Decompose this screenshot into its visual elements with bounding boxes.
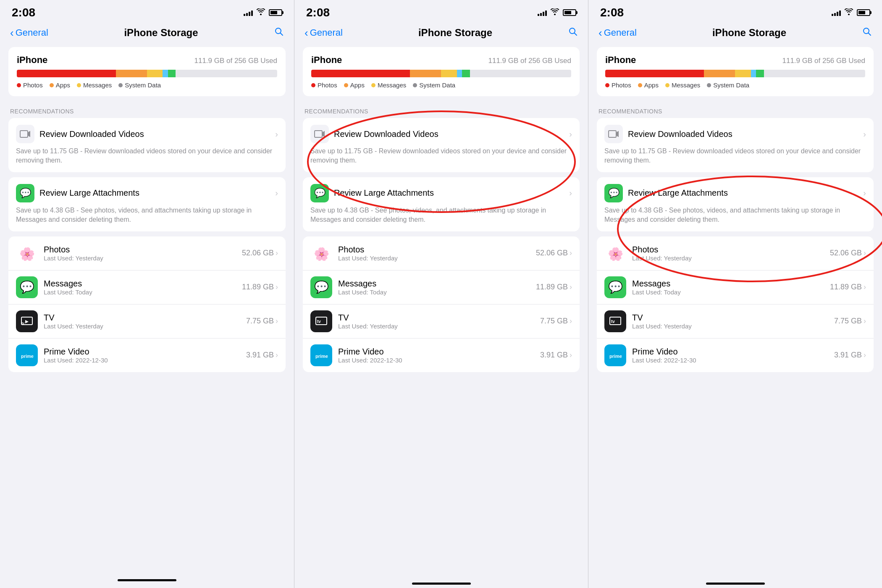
rec-top-videos-3: Review Downloaded Videos ›	[604, 125, 866, 143]
video-icon-wrap-3	[604, 125, 623, 143]
storage-bar-1	[17, 70, 277, 77]
rec-chevron-videos-2: ›	[569, 129, 572, 139]
svg-rect-11	[315, 131, 322, 137]
messages-app-name-2: Messages	[338, 279, 530, 289]
storage-header-2: iPhone 111.9 GB of 256 GB Used	[311, 55, 571, 66]
legend-photos-3: Photos	[605, 81, 631, 89]
legend-dot-system-1	[118, 83, 123, 87]
storage-header-3: iPhone 111.9 GB of 256 GB Used	[605, 55, 865, 66]
messages-app-name-3: Messages	[632, 279, 824, 289]
legend-label-messages-3: Messages	[672, 81, 700, 89]
content-2: iPhone 111.9 GB of 256 GB Used Photos Ap…	[294, 47, 588, 372]
tv-size-1: 7.75 GB	[246, 317, 274, 326]
app-row-prime-1[interactable]: prime Prime Video Last Used: 2022-12-30 …	[8, 339, 286, 372]
rec-left-attachments-2: 💬 Review Large Attachments	[310, 184, 434, 202]
rec-top-attachments-1: 💬 Review Large Attachments ›	[16, 184, 278, 202]
app-row-photos-2[interactable]: 🌸 Photos Last Used: Yesterday 52.06 GB ›	[303, 236, 580, 270]
prime-size-area-3: 3.91 GB ›	[834, 351, 866, 360]
rec-card-attachments-3[interactable]: 💬 Review Large Attachments › Save up to …	[597, 177, 874, 231]
rec-top-videos-2: Review Downloaded Videos ›	[310, 125, 572, 143]
rec-card-attachments-1[interactable]: 💬 Review Large Attachments › Save up to …	[8, 177, 286, 231]
rec-card-attachments-2[interactable]: 💬 Review Large Attachments › Save up to …	[303, 177, 580, 231]
tv-app-icon-1: tv	[16, 310, 38, 332]
legend-photos-1: Photos	[17, 81, 43, 89]
signal-bar-2b	[540, 13, 542, 16]
messages-icon-wrap-1: 💬	[16, 184, 34, 202]
photos-app-info-1: Photos Last Used: Yesterday	[44, 245, 236, 262]
svg-rect-2	[20, 131, 28, 137]
messages-app-name-1: Messages	[44, 279, 236, 289]
legend-apps-2: Apps	[344, 81, 365, 89]
nav-back-1[interactable]: ‹ General	[10, 27, 48, 38]
legend-dot-apps-3	[638, 83, 642, 87]
legend-system-2: System Data	[413, 81, 455, 89]
rec-title-attachments-3: Review Large Attachments	[628, 188, 728, 198]
storage-legend-2: Photos Apps Messages System Data	[311, 81, 571, 89]
legend-label-photos-3: Photos	[612, 81, 631, 89]
rec-card-videos-1[interactable]: Review Downloaded Videos › Save up to 11…	[8, 118, 286, 172]
rec-desc-videos-2: Save up to 11.75 GB - Review downloaded …	[310, 147, 572, 165]
video-icon-wrap-2	[310, 125, 329, 143]
storage-bar-3	[605, 70, 865, 77]
rec-card-videos-2[interactable]: Review Downloaded Videos › Save up to 11…	[303, 118, 580, 172]
app-row-tv-2[interactable]: tv TV Last Used: Yesterday 7.75 GB ›	[303, 304, 580, 339]
rec-title-attachments-1: Review Large Attachments	[39, 188, 139, 198]
prime-chevron-1: ›	[276, 351, 278, 360]
device-name-2: iPhone	[311, 55, 342, 66]
tv-last-used-3: Last Used: Yesterday	[632, 323, 828, 330]
app-row-tv-3[interactable]: tv TV Last Used: Yesterday 7.75 GB ›	[597, 304, 874, 339]
signal-bar-2	[246, 13, 248, 16]
content-3: iPhone 111.9 GB of 256 GB Used Photos Ap…	[588, 47, 882, 372]
messages-chevron-2: ›	[570, 283, 572, 291]
nav-back-3[interactable]: ‹ General	[598, 27, 637, 38]
prime-chevron-2: ›	[570, 351, 572, 360]
app-row-messages-3[interactable]: 💬 Messages Last Used: Today 11.89 GB ›	[597, 270, 874, 304]
rec-left-videos-2: Review Downloaded Videos	[310, 125, 438, 143]
prime-size-area-1: 3.91 GB ›	[246, 351, 278, 360]
rec-card-videos-3[interactable]: Review Downloaded Videos › Save up to 11…	[597, 118, 874, 172]
bar-other-1	[163, 70, 168, 77]
prime-app-info-2: Prime Video Last Used: 2022-12-30	[338, 347, 534, 364]
signal-bar-2d	[545, 10, 547, 16]
signal-bar-3a	[832, 14, 833, 16]
rec-desc-videos-1: Save up to 11.75 GB - Review downloaded …	[16, 147, 278, 165]
nav-back-label-1: General	[16, 27, 48, 38]
rec-desc-attachments-2: Save up to 4.38 GB - See photos, videos,…	[310, 206, 572, 225]
bar-apps-1	[116, 70, 147, 77]
bar-apps-2	[410, 70, 441, 77]
nav-bar-3: ‹ General iPhone Storage	[588, 22, 882, 47]
content-1: iPhone 111.9 GB of 256 GB Used Photos Ap…	[0, 47, 294, 372]
app-row-photos-1[interactable]: 🌸 Photos Last Used: Yesterday 52.06 GB ›	[8, 236, 286, 270]
search-icon-3[interactable]	[862, 26, 872, 39]
prime-app-name-1: Prime Video	[44, 347, 240, 357]
legend-dot-system-2	[413, 83, 417, 87]
photos-last-used-3: Last Used: Yesterday	[632, 255, 824, 262]
app-row-prime-2[interactable]: prime Prime Video Last Used: 2022-12-30 …	[303, 339, 580, 372]
legend-dot-photos-3	[605, 83, 609, 87]
bar-system-3	[756, 70, 764, 77]
search-icon-2[interactable]	[568, 26, 578, 39]
rec-chevron-attachments-3: ›	[863, 188, 866, 198]
app-row-messages-2[interactable]: 💬 Messages Last Used: Today 11.89 GB ›	[303, 270, 580, 304]
storage-card-3: iPhone 111.9 GB of 256 GB Used Photos Ap…	[597, 47, 874, 96]
signal-bars-1	[244, 9, 253, 16]
tv-app-icon-2: tv	[310, 310, 332, 332]
battery-icon-3	[857, 9, 870, 16]
nav-back-2[interactable]: ‹ General	[304, 27, 343, 38]
photos-app-info-3: Photos Last Used: Yesterday	[632, 245, 824, 262]
signal-bars-3	[832, 9, 841, 16]
prime-app-info-1: Prime Video Last Used: 2022-12-30	[44, 347, 240, 364]
messages-size-3: 11.89 GB	[830, 283, 862, 291]
app-row-messages-1[interactable]: 💬 Messages Last Used: Today 11.89 GB ›	[8, 270, 286, 304]
tv-app-name-2: TV	[338, 313, 534, 323]
legend-label-photos-1: Photos	[23, 81, 43, 89]
app-row-prime-3[interactable]: prime Prime Video Last Used: 2022-12-30 …	[597, 339, 874, 372]
messages-chevron-1: ›	[276, 283, 278, 291]
messages-app-icon-3: 💬	[604, 276, 626, 298]
app-row-tv-1[interactable]: tv TV Last Used: Yesterday 7.75 GB ›	[8, 304, 286, 339]
app-row-photos-3[interactable]: 🌸 Photos Last Used: Yesterday 52.06 GB ›	[597, 236, 874, 270]
search-icon-1[interactable]	[274, 26, 284, 39]
messages-size-area-2: 11.89 GB ›	[536, 283, 572, 291]
legend-dot-apps-1	[50, 83, 54, 87]
prime-app-icon-3: prime	[604, 344, 626, 366]
